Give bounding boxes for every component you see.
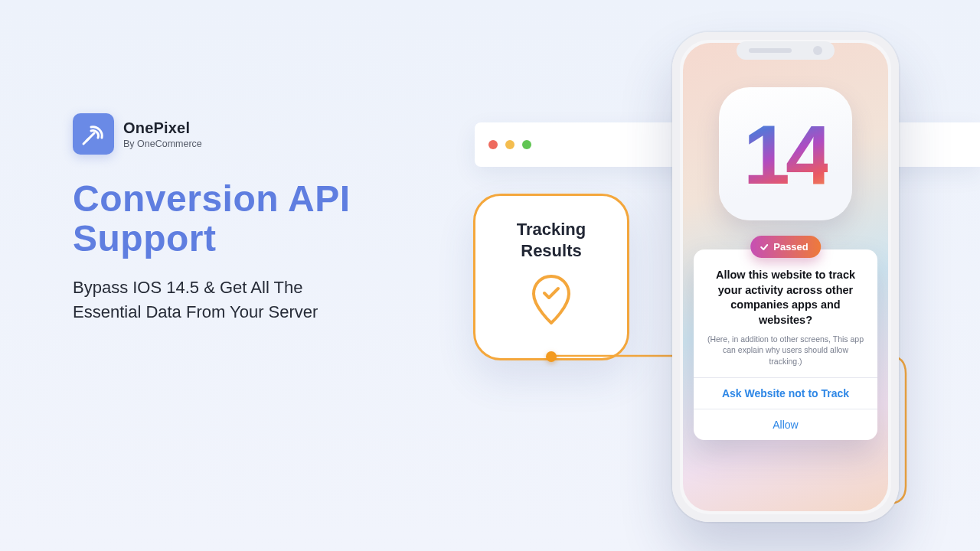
connector-start-dot-icon <box>546 351 557 362</box>
hero-copy: OnePixel By OneCommerce Conversion API S… <box>73 113 440 324</box>
brand-logo-icon <box>73 113 114 155</box>
tracking-title-line-2: Results <box>521 241 581 260</box>
traffic-light-close-icon <box>488 140 498 149</box>
ios14-app-icon: 14 <box>719 87 852 220</box>
check-icon <box>760 243 769 252</box>
brand-lockup: OnePixel By OneCommerce <box>73 113 440 155</box>
phone-notch <box>737 41 835 60</box>
brand-byline: By OneCommerce <box>123 139 202 149</box>
tracking-permission-prompt: Allow this website to track your activit… <box>694 249 877 440</box>
allow-tracking-button[interactable]: Allow <box>694 409 877 440</box>
sub-line-2: Essential Data From Your Server <box>73 302 318 321</box>
passed-label: Passed <box>773 241 808 253</box>
tracking-card-title: Tracking Results <box>517 219 586 261</box>
headline-line-1: Conversion API <box>73 178 351 219</box>
passed-badge: Passed <box>750 236 821 258</box>
prompt-title: Allow this website to track your activit… <box>706 268 865 328</box>
ios14-label: 14 <box>743 106 828 203</box>
tracking-title-line-1: Tracking <box>517 220 586 239</box>
traffic-light-minimize-icon <box>505 140 514 149</box>
phone-mockup: 14 Passed Allow this website to track yo… <box>672 32 899 522</box>
page-subheadline: Bypass IOS 14.5 & Get All The Essential … <box>73 276 394 324</box>
page-headline: Conversion API Support <box>73 179 440 259</box>
brand-name: OnePixel <box>123 119 202 137</box>
tracking-results-card: Tracking Results <box>473 194 629 360</box>
headline-line-2: Support <box>73 218 216 259</box>
deny-tracking-button[interactable]: Ask Website not to Track <box>694 377 877 409</box>
sub-line-1: Bypass IOS 14.5 & Get All The <box>73 278 302 297</box>
prompt-subtitle: (Here, in addition to other screens, Thi… <box>706 334 865 367</box>
phone-screen: 14 Passed Allow this website to track yo… <box>683 43 888 511</box>
traffic-light-zoom-icon <box>522 140 531 149</box>
location-check-icon <box>531 275 572 328</box>
